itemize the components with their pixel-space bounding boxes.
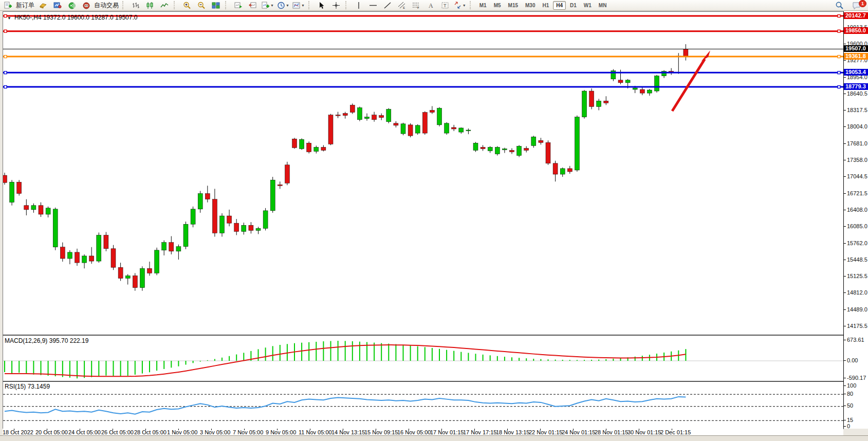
macd-axis-label: 0.00 <box>847 357 858 363</box>
rsi-axis-label: 15 <box>847 417 853 423</box>
text-button[interactable]: A <box>423 0 438 11</box>
trendline-button[interactable] <box>380 0 395 11</box>
toolbar-separator <box>174 1 178 9</box>
macd-chart[interactable] <box>3 336 844 381</box>
notifications-button[interactable]: 1 <box>849 0 864 11</box>
new-order-icon <box>4 2 12 9</box>
toolbar-separator <box>225 1 230 9</box>
broadcast-button[interactable] <box>65 0 79 11</box>
rsi-chart[interactable] <box>3 382 844 429</box>
new-order-button[interactable] <box>1 0 15 11</box>
date-label: 3 Nov 05:00 <box>200 429 230 435</box>
timeframe-w1-button[interactable]: W1 <box>581 1 595 10</box>
date-label: 20 Oct 05:00 <box>35 429 68 435</box>
template-button[interactable]: ▼ <box>291 0 306 11</box>
trendline-icon <box>383 2 392 9</box>
zoom-in-button[interactable] <box>180 0 194 11</box>
crosshair-button[interactable] <box>329 0 343 11</box>
candles-layer <box>3 44 688 291</box>
price-tick-label: 18004.0 <box>847 123 867 130</box>
price-badge-19507.0: 19507.0 <box>844 45 868 52</box>
user-chart-button[interactable] <box>50 0 65 11</box>
rsi-indicator-pane[interactable] <box>3 381 844 429</box>
auto-scroll-button[interactable] <box>231 0 246 11</box>
axis-tick <box>844 193 846 194</box>
clock-icon <box>277 2 285 9</box>
channel-button[interactable]: E <box>395 0 409 11</box>
date-axis[interactable]: 18 Oct 202220 Oct 05:0024 Oct 05:0026 Oc… <box>3 429 843 435</box>
axis-tick <box>844 226 846 227</box>
gold-bar-button[interactable] <box>36 0 50 11</box>
chevron-down-icon: ▼ <box>286 4 289 7</box>
arrows-button[interactable]: ▼ <box>452 0 468 11</box>
date-label: 11 Nov 05:00 <box>299 429 332 435</box>
chart-title: ▼HK50-,H4 19372.0 19600.0 19287.0 19507.… <box>7 14 137 21</box>
hline-19850.0[interactable] <box>3 30 844 32</box>
bar-chart-button[interactable] <box>128 0 143 11</box>
price-badge-20142.7: 20142.7 <box>844 12 868 19</box>
timeframe-m30-button[interactable]: M30 <box>522 1 538 10</box>
axis-tick <box>844 420 846 420</box>
timeframe-h1-button[interactable]: H1 <box>539 1 552 10</box>
axis-tick <box>844 243 846 244</box>
axis-tick <box>844 77 846 78</box>
tile-windows-button[interactable] <box>209 0 223 11</box>
fibonacci-button[interactable]: F <box>409 0 423 11</box>
timeframe-mn-button[interactable]: MN <box>596 1 610 10</box>
axis-tick <box>844 60 846 61</box>
zoom-out-button[interactable] <box>194 0 209 11</box>
toolbar-separator <box>345 1 350 9</box>
hline-18779.3[interactable] <box>3 86 844 88</box>
axis-tick <box>844 110 846 111</box>
line-chart-button[interactable] <box>157 0 172 11</box>
main-toolbar: 新订单自动交易▼▼▼EFAT▼M1M5M15M30H1H4D1W1MN1 <box>0 0 868 11</box>
arrows-icon <box>454 2 462 9</box>
date-label: 26 Oct 05:00 <box>101 429 134 435</box>
axis-tick <box>844 126 846 127</box>
price-chart-pane[interactable] <box>3 11 844 335</box>
vertical-line-button[interactable] <box>352 0 366 11</box>
date-label: 9 Nov 05:00 <box>266 429 296 435</box>
robot-label: 自动交易 <box>94 1 119 10</box>
robot-button[interactable] <box>79 0 94 11</box>
candle-chart-button[interactable] <box>143 0 157 11</box>
clock-button[interactable]: ▼ <box>275 0 291 11</box>
date-label: 17 Nov 17:15 <box>463 429 496 435</box>
new-chart-icon <box>262 2 270 9</box>
cursor-button[interactable] <box>315 0 329 11</box>
trend-arrow[interactable] <box>672 50 710 111</box>
macd-indicator-pane[interactable] <box>3 335 844 381</box>
hline-19053.4[interactable] <box>3 71 844 74</box>
fibonacci-icon: F <box>412 2 420 9</box>
horizontal-line-button[interactable] <box>366 0 380 11</box>
new-chart-button[interactable]: ▼ <box>260 0 275 11</box>
chart-shift-icon <box>249 2 257 9</box>
chart-dropdown-icon[interactable]: ▼ <box>7 16 11 21</box>
label-icon: T <box>441 2 449 9</box>
axis-tick <box>844 176 846 177</box>
zoom-out-icon <box>197 2 206 9</box>
auto-scroll-icon <box>234 2 243 9</box>
price-axis[interactable]: 19913.519600.019277.018954.018640.518317… <box>844 11 868 429</box>
hline-19361.8[interactable] <box>3 56 844 58</box>
timeframe-h4-button[interactable]: H4 <box>553 1 566 10</box>
timeframe-m15-button[interactable]: M15 <box>505 1 521 10</box>
timeframe-m5-button[interactable]: M5 <box>491 1 504 10</box>
date-label: 14 Nov 13:15 <box>331 429 365 435</box>
crosshair-icon <box>332 2 340 9</box>
timeframe-m1-button[interactable]: M1 <box>476 1 490 10</box>
notification-badge: 1 <box>859 0 866 7</box>
date-label: 2 Dec 01:15 <box>660 429 691 435</box>
timeframe-d1-button[interactable]: D1 <box>567 1 580 10</box>
rsi-axis-label: 100 <box>847 382 856 389</box>
axis-tick <box>844 292 846 293</box>
label-button[interactable]: T <box>438 0 452 11</box>
vertical-line-icon <box>355 2 363 9</box>
axis-tick <box>844 143 846 144</box>
chart-shift-button[interactable] <box>246 0 260 11</box>
search-button[interactable] <box>832 0 846 11</box>
candlestick-chart[interactable] <box>3 12 844 335</box>
tile-windows-icon <box>212 2 220 9</box>
date-label: 24 Nov 01:15 <box>562 429 595 435</box>
axis-tick <box>844 340 846 340</box>
